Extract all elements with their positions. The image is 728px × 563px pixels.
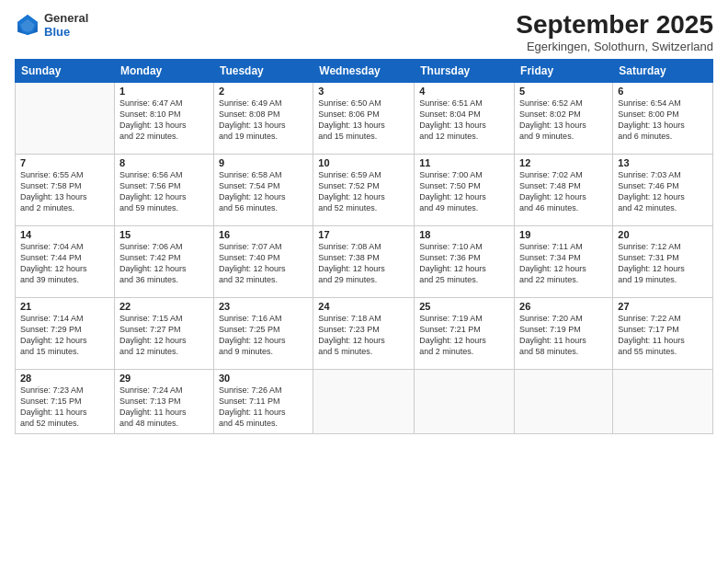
day-info: Sunrise: 7:11 AM Sunset: 7:34 PM Dayligh… bbox=[519, 241, 608, 286]
day-info: Sunrise: 7:16 AM Sunset: 7:25 PM Dayligh… bbox=[219, 313, 308, 358]
table-row: 10Sunrise: 6:59 AM Sunset: 7:52 PM Dayli… bbox=[313, 154, 415, 225]
day-info: Sunrise: 6:49 AM Sunset: 8:08 PM Dayligh… bbox=[219, 98, 308, 143]
table-row: 27Sunrise: 7:22 AM Sunset: 7:17 PM Dayli… bbox=[613, 297, 713, 369]
day-number: 8 bbox=[119, 157, 209, 168]
day-info: Sunrise: 7:03 AM Sunset: 7:46 PM Dayligh… bbox=[618, 169, 708, 214]
day-number: 13 bbox=[618, 157, 708, 168]
day-number: 16 bbox=[219, 229, 308, 240]
day-info: Sunrise: 7:26 AM Sunset: 7:11 PM Dayligh… bbox=[219, 385, 308, 430]
table-row: 8Sunrise: 6:56 AM Sunset: 7:56 PM Daylig… bbox=[114, 154, 213, 225]
page-header: General Blue September 2025 Egerkingen, … bbox=[15, 11, 713, 53]
header-sunday: Sunday bbox=[16, 59, 115, 82]
day-number: 12 bbox=[519, 157, 608, 168]
table-row: 17Sunrise: 7:08 AM Sunset: 7:38 PM Dayli… bbox=[313, 225, 415, 297]
calendar-page: General Blue September 2025 Egerkingen, … bbox=[0, 0, 728, 563]
day-info: Sunrise: 7:22 AM Sunset: 7:17 PM Dayligh… bbox=[618, 313, 708, 358]
day-number: 25 bbox=[419, 301, 509, 312]
title-block: September 2025 Egerkingen, Solothurn, Sw… bbox=[516, 11, 713, 53]
header-tuesday: Tuesday bbox=[213, 59, 313, 82]
day-number: 19 bbox=[519, 229, 608, 240]
day-number: 18 bbox=[419, 229, 509, 240]
day-number: 4 bbox=[419, 86, 509, 97]
day-number: 30 bbox=[219, 373, 308, 384]
day-info: Sunrise: 7:18 AM Sunset: 7:23 PM Dayligh… bbox=[318, 313, 409, 358]
table-row: 26Sunrise: 7:20 AM Sunset: 7:19 PM Dayli… bbox=[515, 297, 613, 369]
header-friday: Friday bbox=[515, 59, 613, 82]
day-number: 3 bbox=[318, 86, 409, 97]
logo: General Blue bbox=[15, 11, 88, 39]
day-number: 9 bbox=[219, 157, 308, 168]
table-row: 15Sunrise: 7:06 AM Sunset: 7:42 PM Dayli… bbox=[114, 225, 213, 297]
day-number: 29 bbox=[119, 373, 209, 384]
table-row: 18Sunrise: 7:10 AM Sunset: 7:36 PM Dayli… bbox=[415, 225, 515, 297]
day-info: Sunrise: 7:14 AM Sunset: 7:29 PM Dayligh… bbox=[20, 313, 109, 358]
day-number: 24 bbox=[318, 301, 409, 312]
header-monday: Monday bbox=[114, 59, 213, 82]
day-number: 6 bbox=[618, 86, 708, 97]
table-row: 29Sunrise: 7:24 AM Sunset: 7:13 PM Dayli… bbox=[114, 369, 213, 433]
table-row: 2Sunrise: 6:49 AM Sunset: 8:08 PM Daylig… bbox=[213, 82, 313, 154]
table-row: 30Sunrise: 7:26 AM Sunset: 7:11 PM Dayli… bbox=[213, 369, 313, 433]
table-row: 9Sunrise: 6:58 AM Sunset: 7:54 PM Daylig… bbox=[213, 154, 313, 225]
day-number: 1 bbox=[119, 86, 209, 97]
table-row: 7Sunrise: 6:55 AM Sunset: 7:58 PM Daylig… bbox=[16, 154, 115, 225]
logo-text: General Blue bbox=[44, 11, 88, 39]
table-row: 23Sunrise: 7:16 AM Sunset: 7:25 PM Dayli… bbox=[213, 297, 313, 369]
header-thursday: Thursday bbox=[415, 59, 515, 82]
table-row: 21Sunrise: 7:14 AM Sunset: 7:29 PM Dayli… bbox=[16, 297, 115, 369]
day-number: 21 bbox=[20, 301, 109, 312]
day-info: Sunrise: 7:00 AM Sunset: 7:50 PM Dayligh… bbox=[419, 169, 509, 214]
day-info: Sunrise: 7:20 AM Sunset: 7:19 PM Dayligh… bbox=[519, 313, 608, 358]
calendar-header-row: Sunday Monday Tuesday Wednesday Thursday… bbox=[16, 59, 713, 82]
table-row: 16Sunrise: 7:07 AM Sunset: 7:40 PM Dayli… bbox=[213, 225, 313, 297]
day-info: Sunrise: 6:58 AM Sunset: 7:54 PM Dayligh… bbox=[219, 169, 308, 214]
day-info: Sunrise: 7:12 AM Sunset: 7:31 PM Dayligh… bbox=[618, 241, 708, 286]
month-title: September 2025 bbox=[516, 11, 713, 40]
table-row: 28Sunrise: 7:23 AM Sunset: 7:15 PM Dayli… bbox=[16, 369, 115, 433]
day-info: Sunrise: 6:52 AM Sunset: 8:02 PM Dayligh… bbox=[519, 98, 608, 143]
day-info: Sunrise: 7:10 AM Sunset: 7:36 PM Dayligh… bbox=[419, 241, 509, 286]
day-number: 26 bbox=[519, 301, 608, 312]
day-info: Sunrise: 6:50 AM Sunset: 8:06 PM Dayligh… bbox=[318, 98, 409, 143]
day-number: 14 bbox=[20, 229, 109, 240]
table-row: 12Sunrise: 7:02 AM Sunset: 7:48 PM Dayli… bbox=[515, 154, 613, 225]
day-number: 28 bbox=[20, 373, 109, 384]
table-row: 6Sunrise: 6:54 AM Sunset: 8:00 PM Daylig… bbox=[613, 82, 713, 154]
day-number: 10 bbox=[318, 157, 409, 168]
day-number: 2 bbox=[219, 86, 308, 97]
table-row bbox=[613, 369, 713, 433]
day-info: Sunrise: 7:19 AM Sunset: 7:21 PM Dayligh… bbox=[419, 313, 509, 358]
day-number: 22 bbox=[119, 301, 209, 312]
table-row: 11Sunrise: 7:00 AM Sunset: 7:50 PM Dayli… bbox=[415, 154, 515, 225]
day-info: Sunrise: 7:08 AM Sunset: 7:38 PM Dayligh… bbox=[318, 241, 409, 286]
day-number: 15 bbox=[119, 229, 209, 240]
day-info: Sunrise: 7:02 AM Sunset: 7:48 PM Dayligh… bbox=[519, 169, 608, 214]
day-info: Sunrise: 6:55 AM Sunset: 7:58 PM Dayligh… bbox=[20, 169, 109, 214]
table-row: 19Sunrise: 7:11 AM Sunset: 7:34 PM Dayli… bbox=[515, 225, 613, 297]
table-row: 1Sunrise: 6:47 AM Sunset: 8:10 PM Daylig… bbox=[114, 82, 213, 154]
header-saturday: Saturday bbox=[613, 59, 713, 82]
location-subtitle: Egerkingen, Solothurn, Switzerland bbox=[516, 40, 713, 53]
day-number: 27 bbox=[618, 301, 708, 312]
table-row bbox=[16, 82, 115, 154]
day-info: Sunrise: 7:07 AM Sunset: 7:40 PM Dayligh… bbox=[219, 241, 308, 286]
day-number: 20 bbox=[618, 229, 708, 240]
header-wednesday: Wednesday bbox=[313, 59, 415, 82]
table-row: 22Sunrise: 7:15 AM Sunset: 7:27 PM Dayli… bbox=[114, 297, 213, 369]
day-number: 23 bbox=[219, 301, 308, 312]
table-row: 20Sunrise: 7:12 AM Sunset: 7:31 PM Dayli… bbox=[613, 225, 713, 297]
day-info: Sunrise: 6:47 AM Sunset: 8:10 PM Dayligh… bbox=[119, 98, 209, 143]
table-row: 24Sunrise: 7:18 AM Sunset: 7:23 PM Dayli… bbox=[313, 297, 415, 369]
day-number: 11 bbox=[419, 157, 509, 168]
logo-icon bbox=[15, 12, 40, 38]
day-info: Sunrise: 6:54 AM Sunset: 8:00 PM Dayligh… bbox=[618, 98, 708, 143]
day-number: 5 bbox=[519, 86, 608, 97]
table-row: 13Sunrise: 7:03 AM Sunset: 7:46 PM Dayli… bbox=[613, 154, 713, 225]
table-row: 14Sunrise: 7:04 AM Sunset: 7:44 PM Dayli… bbox=[16, 225, 115, 297]
day-info: Sunrise: 6:51 AM Sunset: 8:04 PM Dayligh… bbox=[419, 98, 509, 143]
day-info: Sunrise: 7:04 AM Sunset: 7:44 PM Dayligh… bbox=[20, 241, 109, 286]
day-number: 17 bbox=[318, 229, 409, 240]
day-info: Sunrise: 7:15 AM Sunset: 7:27 PM Dayligh… bbox=[119, 313, 209, 358]
calendar-table: Sunday Monday Tuesday Wednesday Thursday… bbox=[15, 59, 713, 434]
table-row bbox=[313, 369, 415, 433]
